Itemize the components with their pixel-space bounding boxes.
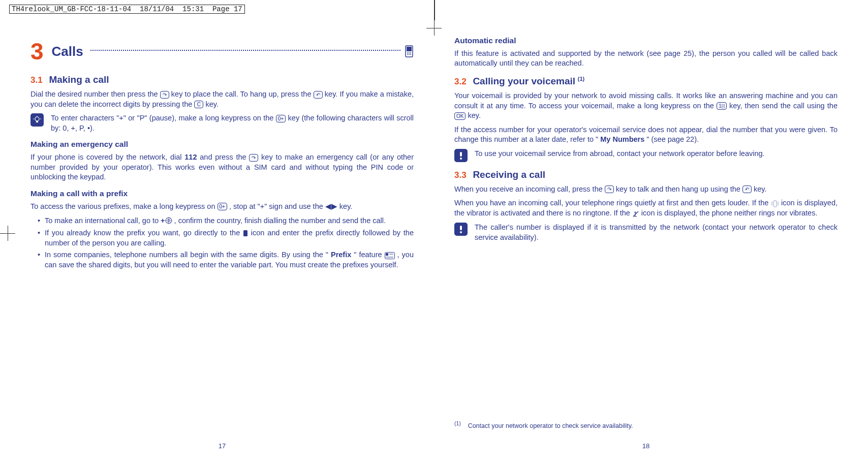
footnote: (1) Contact your network operator to che… <box>454 420 838 430</box>
plus-globe-icon: + <box>161 216 172 226</box>
dot-leader <box>90 48 400 51</box>
section-number: 3.1 <box>30 75 43 85</box>
silent-icon <box>632 209 639 219</box>
c-key-icon: C <box>194 101 203 108</box>
section-3-1-heading: 3.1 Making a call <box>30 73 414 86</box>
vibrate-icon <box>771 199 779 209</box>
one-voicemail-key-icon: 1⌸ <box>717 102 727 110</box>
svg-point-6 <box>409 54 410 55</box>
automatic-redial-heading: Automatic redial <box>454 36 838 46</box>
svg-point-5 <box>407 54 408 55</box>
svg-point-20 <box>460 158 462 160</box>
handset-icon <box>243 228 248 238</box>
print-job-header: TH4relook_UM_GB-FCC-18-11-04 18/11/04 15… <box>9 5 250 13</box>
print-time: 15:31 <box>182 5 204 13</box>
receiving-call-paragraph-2: When you have an incoming call, your tel… <box>454 198 838 219</box>
warning-note: To use your voicemail service from abroa… <box>454 149 838 162</box>
svg-rect-14 <box>243 230 247 236</box>
prefix-list: To make an international call, go to + ,… <box>30 216 414 270</box>
svg-point-2 <box>407 52 408 53</box>
page-left: 3 Calls 3.1 Making a call Dial the desir… <box>30 36 414 446</box>
svg-rect-1 <box>407 47 412 51</box>
automatic-redial-paragraph: If this feature is activated and support… <box>454 49 838 69</box>
chapter-heading: 3 Calls <box>30 36 414 67</box>
print-date: 18/11/04 <box>140 5 174 13</box>
emergency-call-paragraph: If your phone is covered by the network,… <box>30 152 414 182</box>
call-key-icon: ↷ <box>605 185 614 193</box>
left-right-key-icon: ◀▶ <box>325 202 337 212</box>
svg-point-3 <box>409 52 410 53</box>
section-number: 3.3 <box>454 170 467 180</box>
svg-rect-21 <box>773 201 777 207</box>
receiving-call-paragraph-1: When you receive an incoming call, press… <box>454 184 838 195</box>
svg-point-8 <box>35 117 39 121</box>
zero-plus-key-icon: 0+ <box>218 203 227 210</box>
emergency-call-heading: Making an emergency call <box>30 139 414 150</box>
svg-rect-16 <box>386 253 388 256</box>
section-3-3-heading: 3.3 Receiving a call <box>454 168 838 181</box>
list-item: If you already know the prefix you want,… <box>38 228 414 248</box>
print-page-label: Page 17 <box>212 5 242 13</box>
section-number: 3.2 <box>454 77 467 86</box>
exclamation-icon <box>454 223 468 236</box>
list-item: To make an international call, go to + ,… <box>38 216 414 226</box>
chapter-title: Calls <box>52 43 83 60</box>
phone-icon <box>405 45 414 57</box>
zero-plus-key-icon: 0+ <box>276 115 286 122</box>
ok-key-icon: OK <box>454 112 466 120</box>
footnote-text: Contact your network operator to check s… <box>468 422 633 429</box>
prefix-access-paragraph: To access the various prefixes, make a l… <box>30 202 414 212</box>
section-title: Calling your voicemail <box>473 76 575 86</box>
footnote-mark: (1) <box>578 76 584 82</box>
print-filename: TH4relook_UM_GB-FCC-18-11-04 <box>12 5 131 13</box>
voicemail-paragraph-1: Your voicemail is provided by your netwo… <box>454 91 838 121</box>
section-title: Receiving a call <box>473 169 545 180</box>
call-key-icon: ↷ <box>249 154 258 162</box>
voicemail-paragraph-2: If the access number for your operator's… <box>454 125 838 145</box>
page-right: Automatic redial If this feature is acti… <box>454 36 838 446</box>
making-call-paragraph: Dial the desired number then press the ↷… <box>30 89 414 109</box>
section-title: Making a call <box>49 74 109 85</box>
tip-note: To enter characters "+" or "P" (pause), … <box>30 113 414 133</box>
chapter-number: 3 <box>30 36 44 67</box>
svg-point-24 <box>460 231 462 233</box>
svg-rect-9 <box>36 121 38 122</box>
hangup-key-icon: ↶ <box>742 185 752 193</box>
page-number: 17 <box>219 442 226 451</box>
section-3-2-heading: 3.2 Calling your voicemail (1) <box>454 75 838 88</box>
svg-point-7 <box>410 54 411 55</box>
hangup-key-icon: ↶ <box>314 91 323 99</box>
svg-rect-19 <box>460 152 462 157</box>
call-key-icon: ↷ <box>160 91 169 99</box>
svg-point-4 <box>410 52 411 53</box>
registration-mark-left <box>0 226 15 241</box>
emergency-number: 112 <box>184 153 197 161</box>
list-item: In some companies, telephone numbers all… <box>38 250 414 270</box>
warning-note: The caller's number is displayed if it i… <box>454 223 838 242</box>
prefix-card-icon <box>385 251 395 261</box>
prefix-call-heading: Making a call with a prefix <box>30 189 414 199</box>
exclamation-icon <box>454 149 468 162</box>
lightbulb-icon <box>30 113 44 127</box>
svg-rect-23 <box>460 226 462 230</box>
page-number: 18 <box>642 442 649 451</box>
footnote-marker: (1) <box>454 421 461 426</box>
